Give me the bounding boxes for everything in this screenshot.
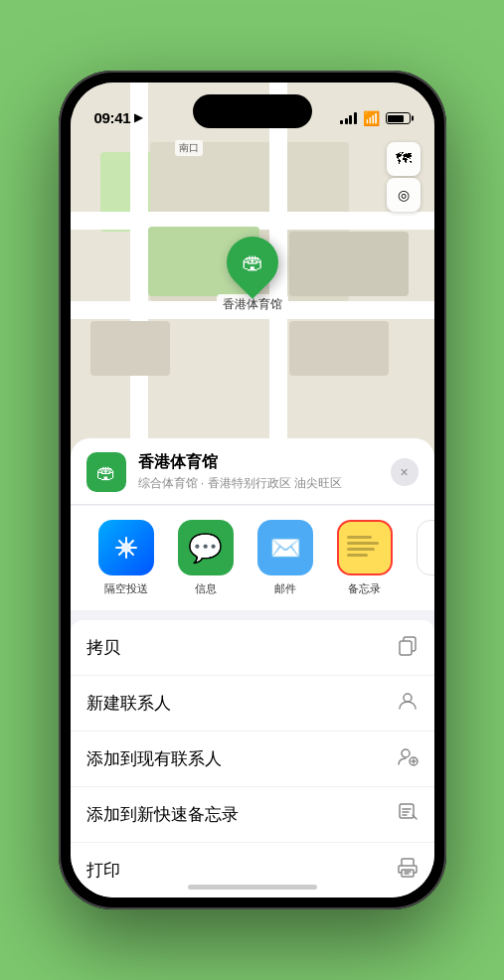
copy-icon: [397, 634, 419, 661]
signal-icon: [340, 112, 357, 124]
action-copy-label: 拷贝: [86, 636, 120, 659]
bottom-sheet: 🏟 香港体育馆 综合体育馆 · 香港特别行政区 油尖旺区 ×: [71, 438, 434, 898]
venue-info: 香港体育馆 综合体育馆 · 香港特别行政区 油尖旺区: [138, 452, 379, 492]
airdrop-icon: [112, 534, 140, 562]
action-add-contact-label: 添加到现有联系人: [86, 747, 222, 770]
action-quick-note-label: 添加到新快速备忘录: [86, 803, 239, 826]
more-icon-wrap: [417, 520, 434, 575]
map-block: [289, 321, 389, 376]
share-notes[interactable]: 备忘录: [325, 520, 405, 596]
message-icon: 💬: [188, 532, 223, 565]
message-icon-wrap: 💬: [178, 520, 234, 575]
venue-icon: 🏟: [86, 452, 126, 492]
battery-icon: [386, 112, 411, 124]
map-block: [289, 232, 409, 296]
action-list: 拷贝 新建联系人: [71, 620, 434, 898]
action-copy[interactable]: 拷贝: [71, 620, 434, 676]
dynamic-island: [193, 94, 312, 128]
mail-icon: ✉️: [269, 533, 301, 564]
svg-point-4: [402, 749, 410, 757]
svg-rect-12: [402, 859, 414, 866]
airdrop-label: 隔空投送: [104, 581, 148, 596]
venue-header: 🏟 香港体育馆 综合体育馆 · 香港特别行政区 油尖旺区 ×: [71, 438, 434, 505]
notes-icon: [339, 526, 391, 565]
note-icon: [397, 801, 419, 828]
status-icons: 📶: [340, 110, 411, 126]
venue-subtitle: 综合体育馆 · 香港特别行政区 油尖旺区: [138, 475, 379, 492]
map-controls: 🗺 ◎: [387, 142, 420, 212]
notes-icon-wrap: [337, 520, 393, 575]
stadium-icon: 🏟: [242, 249, 263, 275]
action-new-contact-label: 新建联系人: [86, 692, 171, 715]
person-add-icon: [397, 745, 419, 772]
share-airdrop[interactable]: 隔空投送: [86, 520, 166, 596]
print-icon: [397, 857, 419, 884]
airdrop-icon-wrap: [98, 520, 154, 575]
location-pin: 🏟 香港体育馆: [217, 237, 288, 315]
share-message[interactable]: 💬 信息: [166, 520, 246, 596]
share-mail[interactable]: ✉️ 邮件: [246, 520, 325, 596]
share-more[interactable]: 推: [405, 520, 434, 596]
close-button[interactable]: ×: [391, 458, 419, 486]
map-type-button[interactable]: 🗺: [387, 142, 420, 176]
home-indicator: [188, 885, 317, 890]
action-add-contact[interactable]: 添加到现有联系人: [71, 732, 434, 787]
share-row: 隔空投送 💬 信息 ✉️ 邮件: [71, 506, 434, 610]
phone-screen: 09:41 ▶ 📶: [71, 82, 434, 898]
pin-circle: 🏟: [216, 226, 289, 299]
map-label-south: 南口: [175, 140, 203, 156]
phone-frame: 09:41 ▶ 📶: [59, 71, 446, 909]
svg-rect-8: [400, 804, 414, 818]
location-button[interactable]: ◎: [387, 178, 420, 212]
action-print-label: 打印: [86, 859, 120, 882]
mail-label: 邮件: [274, 581, 296, 596]
map-block: [90, 321, 170, 376]
action-quick-note[interactable]: 添加到新快速备忘录: [71, 787, 434, 843]
wifi-icon: 📶: [363, 110, 380, 126]
notes-label: 备忘录: [348, 581, 381, 596]
message-label: 信息: [195, 581, 217, 596]
svg-point-3: [404, 694, 412, 702]
venue-name: 香港体育馆: [138, 452, 379, 473]
action-new-contact[interactable]: 新建联系人: [71, 676, 434, 732]
person-icon: [397, 690, 419, 717]
mail-icon-wrap: ✉️: [257, 520, 313, 575]
location-arrow-icon: ▶: [134, 111, 142, 124]
status-time: 09:41: [94, 109, 131, 126]
svg-rect-2: [400, 641, 412, 655]
